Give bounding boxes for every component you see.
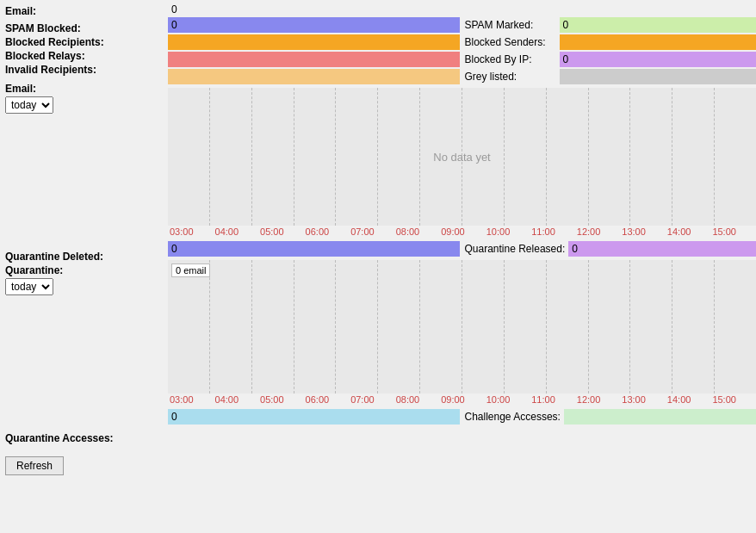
blocked-relays-bar xyxy=(168,52,460,67)
no-data-label: No data yet xyxy=(433,151,491,164)
invalid-recipients-bar xyxy=(168,69,460,84)
blocked-by-ip-label: Blocked By IP: xyxy=(465,53,560,65)
blocked-senders-bar xyxy=(560,34,757,50)
email-chart: No data yet xyxy=(168,88,756,226)
quarantine-accesses-bar: 0 xyxy=(168,409,460,425)
email-label2: Email: xyxy=(5,81,36,96)
grey-listed-label: Grey listed: xyxy=(465,71,560,83)
spam-marked-bar: 0 xyxy=(560,17,757,33)
quarantine-chart-labels: 03:0004:0005:0006:0007:0008:0009:0010:00… xyxy=(168,394,756,406)
email-chart-labels: 03:0004:0005:0006:0007:0008:0009:0010:00… xyxy=(168,226,756,238)
email-today-select[interactable]: today xyxy=(5,96,53,114)
email-top-label: Email: xyxy=(5,3,36,19)
quarantine-accesses-label: Quarantine Accesses: xyxy=(5,431,114,446)
invalid-recipients-label: Invalid Recipients: xyxy=(5,62,96,77)
spam-blocked-bar: 0 xyxy=(168,17,460,33)
zero-email-note: 0 email xyxy=(171,263,210,277)
grey-listed-bar xyxy=(560,69,757,84)
challenge-accesses-label: Challenge Accesses: xyxy=(465,411,564,423)
challenge-accesses-bar xyxy=(564,409,756,425)
quarantine-chart: 0 email xyxy=(168,260,756,394)
quarantine-deleted-bar: 0 xyxy=(168,241,460,257)
quarantine-today-select[interactable]: today xyxy=(5,278,53,295)
quarantine-released-bar: 0 xyxy=(568,241,756,257)
blocked-by-ip-bar: 0 xyxy=(560,52,757,67)
spam-marked-label: SPAM Marked: xyxy=(465,19,560,31)
quarantine-released-label: Quarantine Released: xyxy=(465,243,569,255)
refresh-button[interactable]: Refresh xyxy=(5,456,64,475)
quarantine-label: Quarantine: xyxy=(5,263,63,278)
blocked-recipients-bar xyxy=(168,34,460,50)
blocked-senders-label: Blocked Senders: xyxy=(465,36,560,48)
email-value: 0 xyxy=(168,3,177,15)
